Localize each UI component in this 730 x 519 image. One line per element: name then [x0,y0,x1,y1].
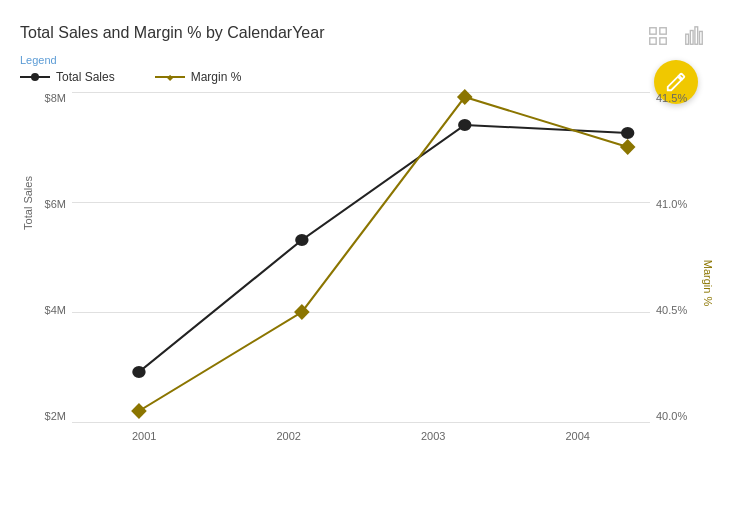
x-label-2001: 2001 [72,430,217,442]
y-axis-left: $8M $6M $4M $2M [20,92,72,422]
svg-rect-0 [650,28,656,34]
y-axis-left-label: Total Sales [22,163,34,243]
margin-point-2004[interactable] [620,139,636,155]
chart-inner [72,92,650,422]
legend: Legend Total Sales Margin % [20,54,710,84]
chart-title: Total Sales and Margin % by CalendarYear [20,24,710,42]
toolbar-icons [642,20,710,52]
dashboard-container: Total Sales and Margin % by CalendarYear [0,0,730,519]
y-left-tick-8m: $8M [45,92,66,104]
chart-area: $8M $6M $4M $2M Total Sales 41.5% 41.0% … [20,92,710,462]
legend-line-black [20,76,50,78]
svg-rect-5 [690,31,693,45]
svg-rect-3 [660,38,666,44]
ts-point-2001[interactable] [133,367,144,377]
x-label-2004: 2004 [506,430,651,442]
ts-point-2003[interactable] [459,120,470,130]
y-left-tick-2m: $2M [45,410,66,422]
margin-point-2001[interactable] [131,403,147,419]
ts-point-2002[interactable] [296,235,307,245]
legend-label: Legend [20,54,710,66]
y-right-tick-415: 41.5% [656,92,687,104]
svg-rect-4 [686,34,689,44]
bar-chart-button[interactable] [678,20,710,52]
legend-total-sales-label: Total Sales [56,70,115,84]
legend-line-gold [155,76,185,78]
svg-rect-7 [700,31,703,44]
svg-rect-6 [695,27,698,44]
y-right-tick-410: 41.0% [656,198,687,210]
svg-rect-1 [660,28,666,34]
legend-items: Total Sales Margin % [20,70,710,84]
y-left-tick-4m: $4M [45,304,66,316]
y-right-tick-400: 40.0% [656,410,687,422]
chart-svg [72,92,650,422]
total-sales-line [139,125,628,372]
x-label-2003: 2003 [361,430,506,442]
legend-item-margin: Margin % [155,70,242,84]
y-left-tick-6m: $6M [45,198,66,210]
x-axis: 2001 2002 2003 2004 [72,422,650,462]
legend-margin-label: Margin % [191,70,242,84]
x-label-2002: 2002 [217,430,362,442]
svg-rect-2 [650,38,656,44]
legend-item-total-sales: Total Sales [20,70,115,84]
margin-line [139,97,628,411]
ts-point-2004[interactable] [622,128,633,138]
grid-view-button[interactable] [642,20,674,52]
y-right-tick-405: 40.5% [656,304,687,316]
y-axis-right-label: Margin % [702,243,714,323]
y-axis-right: 41.5% 41.0% 40.5% 40.0% [650,92,710,422]
